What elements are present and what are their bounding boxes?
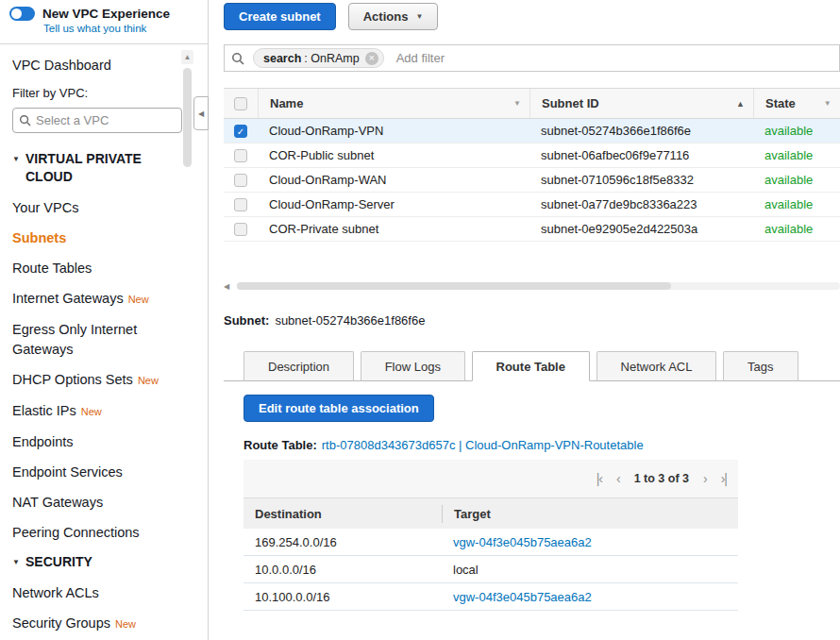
experience-feedback-link[interactable]: Tell us what you think [43,23,208,34]
page-prev-icon[interactable]: ‹ [616,472,620,485]
subnet-id: subnet-0e92905e2d422503a [529,222,753,236]
column-header-destination[interactable]: Destination [244,507,442,521]
row-checkbox[interactable] [234,149,247,162]
subnet-label: Subnet: [224,313,269,328]
state-badge: available [753,173,840,187]
state-badge: available [753,222,840,236]
row-checkbox[interactable] [234,198,247,211]
tab-description[interactable]: Description [244,351,354,381]
tab-tags[interactable]: Tags [723,351,798,381]
route-destination: 10.0.0.0/16 [244,563,442,577]
sidebar-item-network-acls[interactable]: Network ACLs [12,583,175,603]
table-row[interactable]: ✓ Cloud-OnRamp-VPN subnet-05274b366e1f86… [224,119,840,143]
search-icon [19,114,31,126]
actions-button[interactable]: Actions▼ [348,3,439,30]
collapse-icon: ◀ [198,109,204,118]
select-all-checkbox[interactable] [234,97,247,110]
create-subnet-button[interactable]: Create subnet [224,3,336,30]
sidebar-item-security-groups[interactable]: Security GroupsNew [12,614,175,634]
sidebar-item-peering-connections[interactable]: Peering Connections [12,523,175,543]
edit-route-table-association-button[interactable]: Edit route table association [244,395,434,422]
state-badge: available [753,148,840,162]
add-filter-placeholder[interactable]: Add filter [396,51,445,65]
sidebar-item-endpoints[interactable]: Endpoints [12,432,175,452]
sidebar-item-route-tables[interactable]: Route Tables [12,259,175,278]
sidebar-item-your-vpcs[interactable]: Your VPCs [12,198,175,218]
table-header: Name▼ Subnet ID▲ State▼ [224,88,840,119]
table-row[interactable]: Cloud-OnRamp-WAN subnet-0710596c18f5e833… [224,168,840,193]
sidebar-item-internet-gateways[interactable]: Internet GatewaysNew [12,289,175,310]
sidebar-item-vpc-dashboard[interactable]: VPC Dashboard [12,56,175,76]
vpc-console: New VPC Experience Tell us what you thin… [0,0,840,640]
page-next-icon[interactable]: › [703,472,707,485]
sidebar-item-dhcp-options-sets[interactable]: DHCP Options SetsNew [12,370,175,391]
filter-tag-search[interactable]: search : OnRAmp × [253,48,384,68]
scrollbar-thumb[interactable] [237,282,671,290]
subnet-name: Cloud-OnRamp-VPN [258,124,529,138]
column-header-state[interactable]: State▼ [753,89,840,118]
sidebar-item-nat-gateways[interactable]: NAT Gateways [12,493,175,513]
sidebar-scrollbar[interactable]: ▲ [181,50,193,636]
new-badge: New [81,406,102,417]
section-security[interactable]: ▼ SECURITY [12,553,189,571]
route-table-link[interactable]: rtb-07808d343673d657c | Cloud-OnRamp-VPN… [322,438,644,452]
page-last-icon[interactable]: ›| [721,472,727,485]
table-row[interactable]: COR-Private subnet subnet-0e92905e2d4225… [224,217,840,242]
scroll-up-icon[interactable]: ▲ [181,50,193,64]
subnet-table: Name▼ Subnet ID▲ State▼ ✓ Cloud-OnRamp-V… [224,88,840,242]
scrollbar-thumb[interactable] [183,68,192,167]
sidebar-item-subnets[interactable]: Subnets [12,228,175,248]
route-row: 10.100.0.0/16 vgw-04f3e045b75aea6a2 [244,583,738,611]
subnet-name: Cloud-OnRamp-Server [258,197,529,211]
tab-flow-logs[interactable]: Flow Logs [361,351,465,381]
new-badge: New [115,618,136,630]
column-header-target[interactable]: Target [442,505,738,523]
route-destination: 10.100.0.0/16 [244,590,442,604]
filter-bar[interactable]: search : OnRAmp × Add filter [224,44,840,72]
subnet-id: subnet-06afbec06f9e77116 [529,148,753,162]
horizontal-scrollbar[interactable]: ◀ [224,280,840,292]
select-a-vpc-search[interactable] [12,108,182,133]
search-icon [231,52,244,65]
sort-icon: ▼ [824,99,832,108]
table-row[interactable]: COR-Public subnet subnet-06afbec06f9e771… [224,143,840,168]
scrollbar-track[interactable] [237,282,840,290]
section-virtual-private-cloud[interactable]: ▼ VIRTUAL PRIVATE CLOUD [12,150,189,186]
route-target-link[interactable]: vgw-04f3e045b75aea6a2 [442,535,738,549]
column-header-subnet-id[interactable]: Subnet ID▲ [529,89,753,118]
tab-route-table[interactable]: Route Table [472,351,590,381]
select-all-checkbox-cell [224,89,258,118]
subnet-name: COR-Private subnet [258,222,529,236]
pagination-bar: |‹ ‹ 1 to 3 of 3 › ›| [244,460,738,497]
route-row: 169.254.0.0/16 vgw-04f3e045b75aea6a2 [244,529,738,556]
pagination-text: 1 to 3 of 3 [634,472,689,485]
sort-icon: ▼ [513,99,521,108]
route-target: local [442,563,738,577]
sidebar-item-egress-only-internet-gateways[interactable]: Egress Only Internet Gateways [12,320,175,360]
row-checkbox[interactable]: ✓ [234,125,247,138]
route-table-label: Route Table: [244,438,317,452]
sidebar-collapse-handle[interactable]: ◀ [193,96,209,130]
close-icon[interactable]: × [365,52,378,65]
page-first-icon[interactable]: |‹ [596,472,602,485]
scroll-left-icon[interactable]: ◀ [224,282,237,291]
route-destination: 169.254.0.0/16 [244,535,442,549]
row-checkbox[interactable] [234,174,247,187]
table-row[interactable]: Cloud-OnRamp-Server subnet-0a77de9bc8336… [224,193,840,217]
vpc-filter-input[interactable] [36,113,168,127]
sidebar-item-elastic-ips[interactable]: Elastic IPsNew [12,401,175,422]
new-vpc-experience-box: New VPC Experience Tell us what you thin… [0,0,208,44]
sidebar-item-endpoint-services[interactable]: Endpoint Services [12,463,175,482]
route-target-link[interactable]: vgw-04f3e045b75aea6a2 [442,590,738,604]
tab-network-acl[interactable]: Network ACL [596,351,717,381]
column-header-name[interactable]: Name▼ [258,89,529,118]
state-badge: available [753,197,840,211]
route-table-header: Destination Target [244,497,738,529]
subnet-id: subnet-05274b366e1f86f6e [529,124,753,138]
chevron-down-icon: ▼ [415,12,423,21]
route-table-panel: |‹ ‹ 1 to 3 of 3 › ›| Destination Target… [244,460,738,611]
new-badge: New [138,375,159,386]
selected-subnet-heading: Subnet:subnet-05274b366e1f86f6e [224,313,425,328]
row-checkbox[interactable] [234,223,247,236]
experience-toggle[interactable] [9,7,35,21]
